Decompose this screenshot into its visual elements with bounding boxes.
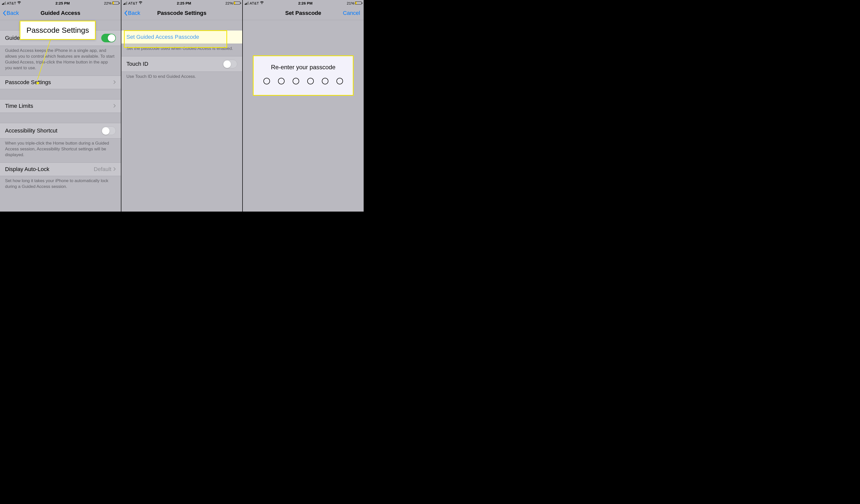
page-title: Passcode Settings <box>157 10 206 16</box>
battery-icon <box>112 1 119 4</box>
touch-id-description: Use Touch ID to end Guided Access. <box>121 72 242 82</box>
status-time: 2:25 PM <box>143 1 225 5</box>
accessibility-shortcut-row[interactable]: Accessibility Shortcut <box>0 123 121 139</box>
row-label: Time Limits <box>5 103 113 109</box>
chevron-right-icon <box>113 166 116 173</box>
display-autolock-value: Default <box>94 166 111 173</box>
carrier-label: AT&T <box>7 1 16 5</box>
cancel-button[interactable]: Cancel <box>343 10 360 16</box>
status-time: 2:26 PM <box>264 1 347 5</box>
passcode-dot <box>292 78 299 84</box>
accessibility-shortcut-description: When you triple-click the Home button du… <box>0 139 121 160</box>
battery-percent: 22% <box>104 1 112 5</box>
passcode-dots[interactable] <box>254 78 353 84</box>
highlight-passcode-entry: Re-enter your passcode <box>253 55 354 96</box>
passcode-settings-row[interactable]: Passcode Settings <box>0 75 121 89</box>
passcode-dot <box>307 78 314 84</box>
row-label: Passcode Settings <box>5 79 113 86</box>
page-title: Set Passcode <box>285 10 321 16</box>
signal-icon <box>124 1 127 5</box>
touch-id-toggle[interactable] <box>223 60 237 68</box>
wifi-icon <box>17 1 21 5</box>
status-bar: AT&T 2:25 PM 22% <box>121 0 242 6</box>
chevron-right-icon <box>113 103 116 109</box>
row-label: Touch ID <box>126 61 223 67</box>
guided-access-toggle[interactable] <box>101 34 116 42</box>
highlight-set-passcode <box>124 30 227 48</box>
row-label: Display Auto-Lock <box>5 166 94 173</box>
signal-icon <box>2 1 6 5</box>
nav-bar: Set Passcode Cancel <box>243 6 364 20</box>
back-label: Back <box>6 10 19 16</box>
battery-icon <box>234 1 240 4</box>
wifi-icon <box>139 1 143 5</box>
passcode-dot <box>336 78 343 84</box>
signal-icon <box>245 1 248 5</box>
chevron-right-icon <box>113 79 116 86</box>
passcode-prompt: Re-enter your passcode <box>254 64 353 71</box>
status-time: 2:25 PM <box>21 1 104 5</box>
nav-bar: Back Guided Access <box>0 6 121 20</box>
page-title: Guided Access <box>41 10 80 16</box>
status-bar: AT&T 2:25 PM 22% <box>0 0 121 6</box>
back-button[interactable]: Back <box>124 10 140 16</box>
battery-percent: 22% <box>225 1 233 5</box>
touch-id-row[interactable]: Touch ID <box>121 56 242 72</box>
passcode-dot <box>278 78 285 84</box>
row-label: Accessibility Shortcut <box>5 127 101 134</box>
panel-guided-access: AT&T 2:25 PM 22% Back Guided Access Guid… <box>0 0 121 212</box>
back-button[interactable]: Back <box>2 10 19 16</box>
battery-percent: 21% <box>347 1 354 5</box>
guided-access-description: Guided Access keeps the iPhone in a sing… <box>0 46 121 73</box>
callout-passcode-settings: Passcode Settings <box>20 21 96 40</box>
carrier-label: AT&T <box>128 1 138 5</box>
panel-passcode-settings: AT&T 2:25 PM 22% Back Passcode Settings … <box>121 0 243 212</box>
passcode-dot <box>263 78 270 84</box>
status-bar: AT&T 2:26 PM 21% <box>243 0 364 6</box>
display-autolock-description: Set how long it takes your iPhone to aut… <box>0 176 121 192</box>
carrier-label: AT&T <box>249 1 259 5</box>
display-autolock-row[interactable]: Display Auto-Lock Default <box>0 162 121 176</box>
accessibility-shortcut-toggle[interactable] <box>101 127 116 135</box>
wifi-icon <box>260 1 264 5</box>
time-limits-row[interactable]: Time Limits <box>0 99 121 113</box>
passcode-dot <box>322 78 328 84</box>
callout-label: Passcode Settings <box>26 26 89 34</box>
callout-connector-dot <box>37 82 39 84</box>
nav-bar: Back Passcode Settings <box>121 6 242 20</box>
panel-set-passcode: AT&T 2:26 PM 21% Set Passcode Cancel Re-… <box>243 0 364 212</box>
battery-icon <box>355 1 362 4</box>
back-label: Back <box>128 10 140 16</box>
